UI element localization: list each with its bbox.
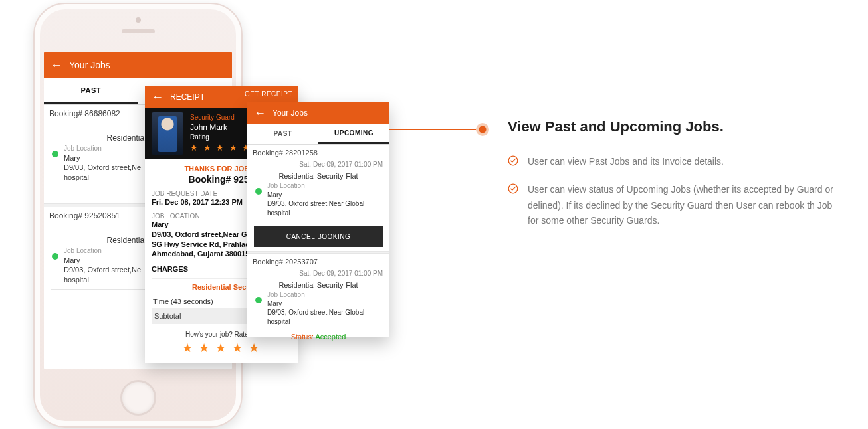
back-arrow-icon[interactable]: ← (254, 107, 266, 119)
address: D9/03, Oxford street,Ne hospital (64, 163, 141, 183)
address: D9/03, Oxford street,Ne hospital (64, 265, 141, 285)
back-arrow-icon[interactable]: ← (51, 59, 62, 71)
cancel-booking-button[interactable]: CANCEL BOOKING (254, 226, 383, 247)
appbar-title: Your Jobs (272, 108, 308, 118)
bullet-text: User can view Past Jobs and its Invoice … (528, 154, 724, 170)
job-title: Residential Security-Flat (247, 172, 389, 180)
job-title: Residential Security-Flat (247, 281, 389, 289)
booking-date: Sat, Dec 09, 2017 01:00 PM (247, 159, 389, 168)
appbar-title: Your Jobs (69, 60, 110, 70)
customer-name: Mary (267, 300, 364, 309)
guard-role: Security Guard (190, 113, 251, 122)
status-dot-icon (52, 253, 58, 260)
customer-name: Mary (267, 191, 364, 200)
connector-line (389, 129, 476, 130)
bullet-text: User can view status of Upcoming Jobs (w… (528, 182, 840, 229)
booking-id: Booking# 28201258 (247, 145, 389, 159)
status-dot-icon (255, 188, 262, 195)
appbar-upcoming: ← Your Jobs (247, 102, 389, 124)
status-row: Status: Accepted (247, 330, 389, 346)
phone-speaker (122, 29, 155, 33)
guard-meta: Security Guard John Mark Rating ★ ★ ★ ★ … (190, 113, 251, 155)
rating-label: Rating (190, 133, 251, 142)
get-receipt-button[interactable]: GET RECEIPT (245, 90, 292, 98)
check-icon (508, 183, 518, 194)
job-body: Job Location Mary D9/03, Oxford street,N… (247, 289, 389, 330)
location-label: Job Location (267, 290, 364, 300)
screen-upcoming: ← Your Jobs PAST UPCOMING Booking# 28201… (247, 102, 389, 337)
charge-time: Time (43 seconds) (153, 298, 213, 305)
job-body: Job Location Mary D9/03, Oxford street,N… (247, 180, 389, 221)
tab-past[interactable]: PAST (44, 78, 138, 104)
job-text: Job Location Mary D9/03, Oxford street,N… (64, 144, 141, 183)
address: D9/03, Oxford street,Near Global hospita… (267, 308, 364, 326)
appbar-past: ← Your Jobs (44, 52, 232, 78)
tab-upcoming[interactable]: UPCOMING (318, 124, 389, 144)
customer-name: Mary (64, 256, 141, 266)
job-text: Job Location Mary D9/03, Oxford street,N… (267, 290, 364, 326)
tab-past[interactable]: PAST (247, 124, 318, 144)
charge-subtotal: Subtotal (154, 312, 181, 320)
feature-description: View Past and Upcoming Jobs. User can vi… (508, 118, 840, 241)
home-button[interactable] (120, 380, 156, 416)
booking-id: Booking# 20253707 (247, 254, 389, 268)
location-label: Job Location (64, 144, 141, 153)
job-text: Job Location Mary D9/03, Oxford street,N… (267, 181, 364, 217)
phone-camera (136, 17, 141, 23)
section-heading: View Past and Upcoming Jobs. (508, 118, 840, 135)
address: D9/03, Oxford street,Near Global hospita… (267, 199, 364, 217)
status-dot-icon (52, 151, 58, 157)
guard-name: John Mark (190, 122, 251, 133)
job-text: Job Location Mary D9/03, Oxford street,N… (64, 246, 141, 285)
appbar-title: RECEIPT (170, 92, 205, 102)
back-arrow-icon[interactable]: ← (152, 91, 163, 103)
booking-date: Sat, Dec 09, 2017 01:00 PM (247, 268, 389, 277)
tabs-upcoming-screen: PAST UPCOMING (247, 124, 389, 145)
rate-text: How's your job? Rate se (185, 331, 257, 338)
location-label: Job Location (267, 181, 364, 191)
status-dot-icon (255, 297, 262, 303)
status-value: Accepted (315, 333, 346, 341)
location-label: Job Location (64, 246, 141, 256)
list-item: User can view Past Jobs and its Invoice … (508, 154, 840, 170)
star-icon: ★ ★ ★ ★ ★ (190, 142, 251, 154)
status-key: Status: (291, 333, 314, 341)
guard-avatar (152, 112, 183, 155)
customer-name: Mary (64, 153, 141, 163)
check-icon (508, 155, 518, 166)
list-item: User can view status of Upcoming Jobs (w… (508, 182, 840, 229)
